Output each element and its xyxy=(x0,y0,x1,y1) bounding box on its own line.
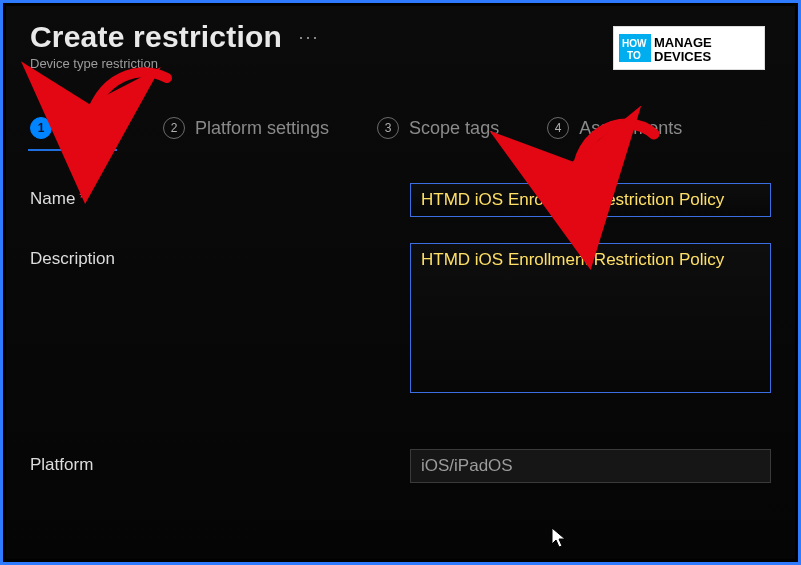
platform-label: Platform xyxy=(30,449,410,475)
tab-label: Platform settings xyxy=(195,118,329,139)
tab-number: 1 xyxy=(30,117,52,139)
tab-scope-tags[interactable]: 3 Scope tags xyxy=(377,117,499,147)
page-title: Create restriction xyxy=(30,20,282,53)
svg-text:TO: TO xyxy=(627,50,641,61)
tab-label: Basics xyxy=(62,118,115,139)
watermark-logo: HOW TO MANAGE DEVICES xyxy=(613,26,765,70)
tab-number: 4 xyxy=(547,117,569,139)
svg-text:DEVICES: DEVICES xyxy=(654,49,711,64)
tab-label: Scope tags xyxy=(409,118,499,139)
form: Name* Description Platform xyxy=(30,183,771,483)
required-asterisk: * xyxy=(79,189,86,208)
name-label: Name* xyxy=(30,183,410,209)
name-input[interactable] xyxy=(410,183,771,217)
tab-number: 2 xyxy=(163,117,185,139)
svg-text:MANAGE: MANAGE xyxy=(654,35,712,50)
platform-input xyxy=(410,449,771,483)
description-input[interactable] xyxy=(410,243,771,393)
description-label: Description xyxy=(30,243,410,269)
tab-number: 3 xyxy=(377,117,399,139)
more-icon[interactable]: ··· xyxy=(298,27,319,47)
cursor-icon xyxy=(551,527,569,549)
tab-platform-settings[interactable]: 2 Platform settings xyxy=(163,117,329,147)
svg-text:HOW: HOW xyxy=(622,38,647,49)
tab-basics[interactable]: 1 Basics xyxy=(30,117,115,147)
tab-assignments[interactable]: 4 Assignments xyxy=(547,117,682,147)
wizard-tabs: 1 Basics 2 Platform settings 3 Scope tag… xyxy=(30,117,771,147)
tab-label: Assignments xyxy=(579,118,682,139)
